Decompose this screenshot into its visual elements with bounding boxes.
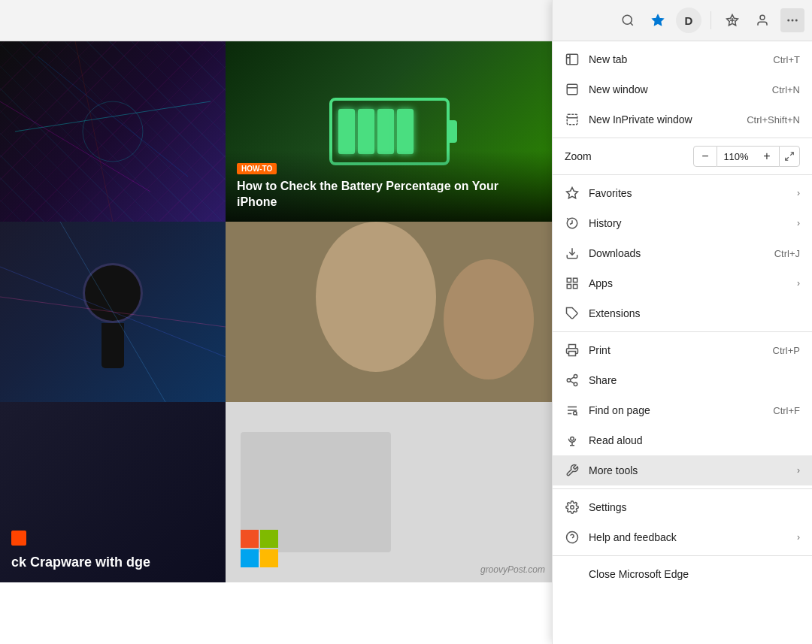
- howto-badge: HOW-TO: [237, 163, 277, 174]
- battery-seg-4: [397, 109, 414, 154]
- more-tools-arrow: ›: [797, 465, 800, 476]
- menu-item-share[interactable]: Share: [553, 365, 812, 395]
- inprivate-icon: [565, 112, 580, 127]
- print-label: Print: [589, 344, 773, 356]
- divider-2: [553, 174, 812, 175]
- browser-background: HOW-TO How to Check the Battery Percenta…: [0, 0, 553, 644]
- menu-item-apps[interactable]: Apps ›: [553, 268, 812, 298]
- svg-line-31: [786, 157, 789, 160]
- card-keyhole: [0, 222, 226, 402]
- card-crapware: ck Crapware with dge: [0, 402, 226, 582]
- menu-item-more-tools[interactable]: More tools › Save page as Ctrl+S: [553, 455, 812, 485]
- keyhole-visual: [83, 263, 143, 361]
- favorites-menu-label: Favorites: [589, 187, 791, 199]
- card-microsoft: groovyPost.com: [226, 402, 553, 582]
- more-tools-label: More tools: [589, 464, 791, 476]
- card-battery: HOW-TO How to Check the Battery Percenta…: [226, 41, 553, 222]
- microsoft-logo: [241, 530, 278, 567]
- zoom-label: Zoom: [565, 150, 693, 162]
- menu-item-settings[interactable]: Settings: [553, 492, 812, 522]
- svg-rect-35: [567, 278, 571, 282]
- menu-item-inprivate[interactable]: New InPrivate window Ctrl+Shift+N: [553, 104, 812, 135]
- read-aloud-label: Read aloud: [589, 434, 800, 446]
- card-sports: [226, 222, 553, 402]
- favorites-menu-icon: [565, 186, 580, 201]
- browser-content: HOW-TO How to Check the Battery Percenta…: [0, 41, 553, 644]
- svg-rect-26: [567, 84, 577, 95]
- history-icon: [565, 216, 580, 231]
- share-icon: [565, 373, 580, 388]
- favorites-star-btn[interactable]: [646, 8, 670, 32]
- zoom-decrease-btn[interactable]: −: [693, 146, 717, 167]
- svg-rect-37: [567, 285, 571, 289]
- share-label: Share: [589, 374, 800, 386]
- zoom-controls: − 110% +: [693, 146, 800, 167]
- menu-item-help[interactable]: Help and feedback ›: [553, 522, 812, 552]
- inprivate-shortcut: Ctrl+Shift+N: [747, 114, 800, 125]
- card-abstract: [0, 41, 226, 222]
- divider-1: [553, 138, 812, 138]
- svg-line-2: [38, 56, 188, 177]
- ms-sq-yellow: [260, 549, 278, 567]
- edge-menu: D: [552, 0, 812, 644]
- menu-item-new-window[interactable]: New window Ctrl+N: [553, 74, 812, 104]
- search-icon-btn[interactable]: [616, 8, 640, 32]
- inprivate-label: New InPrivate window: [589, 113, 747, 125]
- svg-point-20: [787, 20, 789, 22]
- ms-sq-green: [260, 530, 278, 548]
- svg-rect-28: [567, 114, 577, 125]
- zoom-increase-btn[interactable]: +: [755, 146, 779, 167]
- new-window-label: New window: [589, 83, 772, 95]
- new-window-shortcut: Ctrl+N: [772, 84, 800, 95]
- menu-item-print[interactable]: Print Ctrl+P: [553, 335, 812, 365]
- article-title-crapware: ck Crapware with dge: [11, 554, 214, 571]
- print-shortcut: Ctrl+P: [773, 345, 800, 356]
- profile-btn[interactable]: [750, 8, 774, 32]
- menu-item-downloads[interactable]: Downloads Ctrl+J: [553, 238, 812, 268]
- apps-icon: [565, 276, 580, 291]
- print-icon: [565, 343, 580, 358]
- svg-line-14: [630, 23, 632, 25]
- zoom-expand-btn[interactable]: [779, 146, 800, 167]
- new-tab-label: New tab: [589, 53, 773, 65]
- divider-3: [553, 331, 812, 332]
- watermark: groovyPost.com: [480, 564, 545, 575]
- new-tab-shortcut: Ctrl+T: [773, 54, 800, 65]
- ms-sq-red: [241, 530, 259, 548]
- collections-btn[interactable]: D: [676, 8, 701, 33]
- menu-item-history[interactable]: History ›: [553, 208, 812, 238]
- svg-point-22: [795, 20, 798, 22]
- keyhole-circle: [83, 263, 143, 323]
- extensions-label: Extensions: [589, 307, 800, 319]
- svg-rect-23: [567, 54, 578, 65]
- menu-item-extensions[interactable]: Extensions: [553, 298, 812, 328]
- svg-point-10: [444, 259, 534, 379]
- svg-line-30: [790, 153, 793, 156]
- find-on-page-label: Find on page: [589, 404, 773, 416]
- menu-item-favorites[interactable]: Favorites ›: [553, 178, 812, 208]
- svg-point-52: [571, 506, 574, 509]
- menu-header: D: [553, 0, 812, 41]
- settings-menu-btn[interactable]: [780, 8, 804, 32]
- menu-item-close-edge[interactable]: Close Microsoft Edge: [553, 559, 812, 589]
- add-favorites-btn[interactable]: [720, 8, 744, 32]
- menu-item-read-aloud[interactable]: Read aloud: [553, 425, 812, 455]
- extensions-icon: [565, 306, 580, 321]
- svg-point-43: [574, 382, 577, 386]
- more-tools-icon: [565, 463, 580, 478]
- downloads-icon: [565, 246, 580, 261]
- svg-point-13: [623, 15, 632, 24]
- apps-label: Apps: [589, 277, 791, 289]
- svg-rect-38: [574, 285, 577, 289]
- menu-item-find[interactable]: Find on page Ctrl+F: [553, 395, 812, 425]
- svg-line-1: [0, 101, 150, 192]
- keyhole-stem: [102, 323, 124, 368]
- divider-5: [553, 555, 812, 556]
- settings-label: Settings: [589, 501, 800, 513]
- svg-marker-32: [567, 188, 578, 198]
- svg-point-19: [760, 15, 765, 20]
- settings-icon: [565, 500, 580, 515]
- new-window-icon: [565, 82, 580, 97]
- menu-body: New tab Ctrl+T New window Ctrl+N New: [553, 41, 812, 592]
- menu-item-new-tab[interactable]: New tab Ctrl+T: [553, 44, 812, 74]
